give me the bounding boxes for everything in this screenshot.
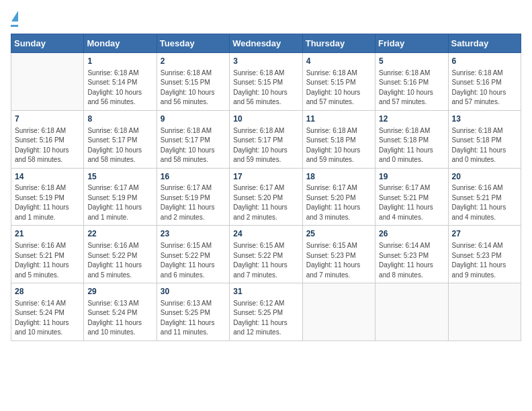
calendar-cell: 26Sunrise: 6:14 AM Sunset: 5:23 PM Dayli… [375,226,448,283]
day-info: Sunrise: 6:14 AM Sunset: 5:23 PM Dayligh… [379,241,444,280]
day-number: 6 [452,56,517,67]
day-number: 5 [379,56,444,67]
day-info: Sunrise: 6:18 AM Sunset: 5:14 PM Dayligh… [87,68,152,107]
calendar-cell: 11Sunrise: 6:18 AM Sunset: 5:18 PM Dayli… [302,110,375,168]
day-number: 25 [306,228,371,240]
day-number: 2 [161,56,226,67]
day-info: Sunrise: 6:13 AM Sunset: 5:24 PM Dayligh… [87,299,152,338]
day-info: Sunrise: 6:17 AM Sunset: 5:21 PM Dayligh… [379,183,444,222]
calendar-cell: 13Sunrise: 6:18 AM Sunset: 5:18 PM Dayli… [448,110,521,168]
calendar-cell: 22Sunrise: 6:16 AM Sunset: 5:22 PM Dayli… [84,226,157,283]
day-number: 27 [452,228,517,240]
day-number: 24 [233,228,298,240]
calendar-cell: 14Sunrise: 6:18 AM Sunset: 5:19 PM Dayli… [11,168,84,226]
calendar-week-row: 28Sunrise: 6:14 AM Sunset: 5:24 PM Dayli… [11,283,521,341]
calendar-week-row: 1Sunrise: 6:18 AM Sunset: 5:14 PM Daylig… [11,53,521,111]
calendar-table: SundayMondayTuesdayWednesdayThursdayFrid… [11,34,521,341]
day-of-week-header: Monday [84,34,157,53]
day-number: 13 [452,113,517,125]
day-info: Sunrise: 6:18 AM Sunset: 5:15 PM Dayligh… [233,68,298,107]
calendar-cell: 29Sunrise: 6:13 AM Sunset: 5:24 PM Dayli… [84,283,157,341]
day-number: 30 [161,286,226,298]
day-of-week-header: Wednesday [230,34,302,53]
day-info: Sunrise: 6:16 AM Sunset: 5:21 PM Dayligh… [452,183,517,222]
day-number: 31 [233,286,298,298]
day-of-week-header: Sunday [11,34,84,53]
day-info: Sunrise: 6:15 AM Sunset: 5:22 PM Dayligh… [161,241,226,280]
day-info: Sunrise: 6:13 AM Sunset: 5:25 PM Dayligh… [161,299,226,338]
calendar-cell: 2Sunrise: 6:18 AM Sunset: 5:15 PM Daylig… [157,53,229,111]
logo-underline [11,25,18,27]
day-of-week-header: Saturday [448,34,521,53]
day-of-week-header: Tuesday [157,34,229,53]
calendar-cell: 23Sunrise: 6:15 AM Sunset: 5:22 PM Dayli… [157,226,229,283]
calendar-cell [11,53,84,111]
calendar-cell: 18Sunrise: 6:17 AM Sunset: 5:20 PM Dayli… [302,168,375,226]
calendar-cell: 20Sunrise: 6:16 AM Sunset: 5:21 PM Dayli… [448,168,521,226]
calendar-cell: 9Sunrise: 6:18 AM Sunset: 5:17 PM Daylig… [157,110,229,168]
day-info: Sunrise: 6:17 AM Sunset: 5:20 PM Dayligh… [233,183,298,222]
day-number: 20 [452,171,517,183]
day-number: 18 [306,171,371,183]
day-info: Sunrise: 6:15 AM Sunset: 5:23 PM Dayligh… [306,241,371,280]
logo [11,11,18,27]
calendar-header: SundayMondayTuesdayWednesdayThursdayFrid… [11,34,521,53]
day-number: 3 [233,56,298,67]
calendar-cell: 3Sunrise: 6:18 AM Sunset: 5:15 PM Daylig… [230,53,302,111]
calendar-cell: 17Sunrise: 6:17 AM Sunset: 5:20 PM Dayli… [230,168,302,226]
calendar-cell: 28Sunrise: 6:14 AM Sunset: 5:24 PM Dayli… [11,283,84,341]
day-number: 4 [306,56,371,67]
day-number: 21 [15,228,80,240]
calendar-cell: 16Sunrise: 6:17 AM Sunset: 5:19 PM Dayli… [157,168,229,226]
calendar-cell: 27Sunrise: 6:14 AM Sunset: 5:23 PM Dayli… [448,226,521,283]
calendar-cell: 19Sunrise: 6:17 AM Sunset: 5:21 PM Dayli… [375,168,448,226]
day-number: 17 [233,171,298,183]
calendar-cell: 12Sunrise: 6:18 AM Sunset: 5:18 PM Dayli… [375,110,448,168]
day-number: 11 [306,113,371,125]
day-info: Sunrise: 6:18 AM Sunset: 5:16 PM Dayligh… [379,68,444,107]
logo-triangle-icon [11,11,18,21]
calendar-week-row: 7Sunrise: 6:18 AM Sunset: 5:16 PM Daylig… [11,110,521,168]
day-info: Sunrise: 6:15 AM Sunset: 5:22 PM Dayligh… [233,241,298,280]
calendar-cell: 25Sunrise: 6:15 AM Sunset: 5:23 PM Dayli… [302,226,375,283]
day-number: 28 [15,286,80,298]
day-number: 7 [15,113,80,125]
day-info: Sunrise: 6:17 AM Sunset: 5:19 PM Dayligh… [87,183,152,222]
day-number: 9 [161,113,226,125]
day-info: Sunrise: 6:16 AM Sunset: 5:22 PM Dayligh… [87,241,152,280]
day-info: Sunrise: 6:18 AM Sunset: 5:15 PM Dayligh… [306,68,371,107]
day-number: 23 [161,228,226,240]
calendar-cell: 1Sunrise: 6:18 AM Sunset: 5:14 PM Daylig… [84,53,157,111]
day-info: Sunrise: 6:18 AM Sunset: 5:18 PM Dayligh… [306,126,371,165]
calendar-cell: 10Sunrise: 6:18 AM Sunset: 5:17 PM Dayli… [230,110,302,168]
calendar-cell: 24Sunrise: 6:15 AM Sunset: 5:22 PM Dayli… [230,226,302,283]
day-number: 16 [161,171,226,183]
calendar-cell: 30Sunrise: 6:13 AM Sunset: 5:25 PM Dayli… [157,283,229,341]
day-info: Sunrise: 6:18 AM Sunset: 5:19 PM Dayligh… [15,183,80,222]
day-info: Sunrise: 6:18 AM Sunset: 5:18 PM Dayligh… [452,126,517,165]
day-info: Sunrise: 6:12 AM Sunset: 5:25 PM Dayligh… [233,299,298,338]
calendar-cell: 6Sunrise: 6:18 AM Sunset: 5:16 PM Daylig… [448,53,521,111]
day-of-week-header: Friday [375,34,448,53]
day-info: Sunrise: 6:17 AM Sunset: 5:20 PM Dayligh… [306,183,371,222]
calendar-week-row: 21Sunrise: 6:16 AM Sunset: 5:21 PM Dayli… [11,226,521,283]
day-number: 8 [87,113,152,125]
calendar-cell [375,283,448,341]
day-number: 12 [379,113,444,125]
calendar-cell: 21Sunrise: 6:16 AM Sunset: 5:21 PM Dayli… [11,226,84,283]
calendar-cell: 8Sunrise: 6:18 AM Sunset: 5:17 PM Daylig… [84,110,157,168]
calendar-cell: 5Sunrise: 6:18 AM Sunset: 5:16 PM Daylig… [375,53,448,111]
day-info: Sunrise: 6:16 AM Sunset: 5:21 PM Dayligh… [15,241,80,280]
calendar-cell [448,283,521,341]
day-number: 29 [87,286,152,298]
calendar-cell: 31Sunrise: 6:12 AM Sunset: 5:25 PM Dayli… [230,283,302,341]
day-of-week-header: Thursday [302,34,375,53]
day-info: Sunrise: 6:18 AM Sunset: 5:17 PM Dayligh… [87,126,152,165]
calendar-cell: 4Sunrise: 6:18 AM Sunset: 5:15 PM Daylig… [302,53,375,111]
day-number: 14 [15,171,80,183]
day-number: 10 [233,113,298,125]
day-info: Sunrise: 6:18 AM Sunset: 5:16 PM Dayligh… [15,126,80,165]
day-number: 15 [87,171,152,183]
day-info: Sunrise: 6:18 AM Sunset: 5:17 PM Dayligh… [233,126,298,165]
day-number: 19 [379,171,444,183]
